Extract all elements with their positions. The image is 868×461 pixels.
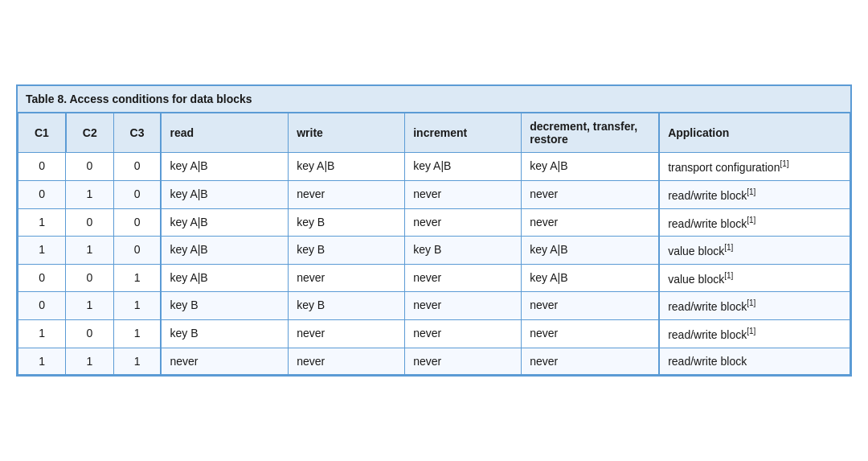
table-row-7-cell-write: never (289, 348, 405, 374)
table-row-3-cell-write: key B (289, 237, 405, 265)
table-row-2-cell-c2: 0 (66, 208, 113, 237)
table-row-7-cell-c1: 1 (18, 348, 66, 374)
table-row-0-cell-c1: 0 (18, 153, 66, 181)
header-read: read (161, 113, 288, 153)
table-row-7-cell-decrement: never (522, 348, 659, 374)
table-row-3-cell-read: key A|B (161, 237, 288, 265)
table-row-1-cell-increment: never (405, 180, 522, 208)
header-write: write (289, 113, 405, 153)
table-row-4-cell-application: value block[1] (659, 264, 850, 292)
table-row-5-cell-write: key B (289, 292, 405, 320)
table-row-7-cell-read: never (161, 348, 288, 374)
table-row-2-cell-c3: 0 (113, 208, 161, 237)
table-row-0-cell-decrement: key A|B (522, 153, 659, 181)
table-row-7-cell-c2: 1 (66, 348, 113, 374)
header-increment: increment (405, 113, 522, 153)
table-row-0-cell-write: key A|B (289, 153, 405, 181)
table-row-6-cell-application: read/write block[1] (659, 320, 850, 348)
table-row-4-cell-write: never (289, 264, 405, 292)
table-row-5-cell-increment: never (405, 292, 522, 320)
table-row-3-cell-c1: 1 (18, 237, 66, 265)
table-row-5-cell-c3: 1 (113, 292, 161, 320)
table-row-5-cell-c2: 1 (66, 292, 113, 320)
table-row-1-cell-decrement: never (522, 180, 659, 208)
table-row-4-cell-read: key A|B (161, 264, 288, 292)
table-row-0-cell-increment: key A|B (405, 153, 522, 181)
table-row-6-cell-c1: 1 (18, 320, 66, 348)
table-row-5-cell-c1: 0 (18, 292, 66, 320)
table-row-7-cell-increment: never (405, 348, 522, 374)
access-conditions-table: C1 C2 C3 read write increment decrement,… (18, 113, 850, 375)
table-row-1-cell-c1: 0 (18, 180, 66, 208)
table-row-3-cell-application: value block[1] (659, 237, 850, 265)
table-row-3-cell-decrement: key A|B (522, 237, 659, 265)
table-row-1-cell-write: never (289, 180, 405, 208)
table-row-6-cell-write: never (289, 320, 405, 348)
table-row-0-cell-application: transport configuration[1] (659, 153, 850, 181)
table-row-0-cell-c2: 0 (66, 153, 113, 181)
table-row-3-cell-increment: key B (405, 237, 522, 265)
table-row-6-cell-read: key B (161, 320, 288, 348)
table-row-4-cell-decrement: key A|B (522, 264, 659, 292)
table-row-2-cell-c1: 1 (18, 208, 66, 237)
table-row-6-cell-decrement: never (522, 320, 659, 348)
header-decrement: decrement, transfer, restore (522, 113, 659, 153)
table-row-1-cell-c2: 1 (66, 180, 113, 208)
table-row-0-cell-c3: 0 (113, 153, 161, 181)
table-row-2-cell-read: key A|B (161, 208, 288, 237)
table-row-3-cell-c2: 1 (66, 237, 113, 265)
table-row-1-cell-read: key A|B (161, 180, 288, 208)
header-c3: C3 (113, 113, 161, 153)
table-row-5-cell-read: key B (161, 292, 288, 320)
table-row-7-cell-c3: 1 (113, 348, 161, 374)
table-row-2-cell-increment: never (405, 208, 522, 237)
table-row-2-cell-decrement: never (522, 208, 659, 237)
header-c2: C2 (66, 113, 113, 153)
table-row-2-cell-write: key B (289, 208, 405, 237)
table-row-4-cell-c1: 0 (18, 264, 66, 292)
table-row-7-cell-application: read/write block (659, 348, 850, 374)
table-row-5-cell-decrement: never (522, 292, 659, 320)
table-row-6-cell-c2: 0 (66, 320, 113, 348)
table-row-6-cell-increment: never (405, 320, 522, 348)
table-row-1-cell-c3: 0 (113, 180, 161, 208)
table-row-3-cell-c3: 0 (113, 237, 161, 265)
table-row-2-cell-application: read/write block[1] (659, 208, 850, 237)
header-c1: C1 (18, 113, 66, 153)
table-title: Table 8. Access conditions for data bloc… (18, 86, 850, 113)
table-row-0-cell-read: key A|B (161, 153, 288, 181)
table-row-4-cell-c3: 1 (113, 264, 161, 292)
table-row-4-cell-c2: 0 (66, 264, 113, 292)
table-row-4-cell-increment: never (405, 264, 522, 292)
header-application: Application (659, 113, 850, 153)
table-container: Table 8. Access conditions for data bloc… (16, 84, 852, 377)
table-row-5-cell-application: read/write block[1] (659, 292, 850, 320)
table-row-1-cell-application: read/write block[1] (659, 180, 850, 208)
table-row-6-cell-c3: 1 (113, 320, 161, 348)
